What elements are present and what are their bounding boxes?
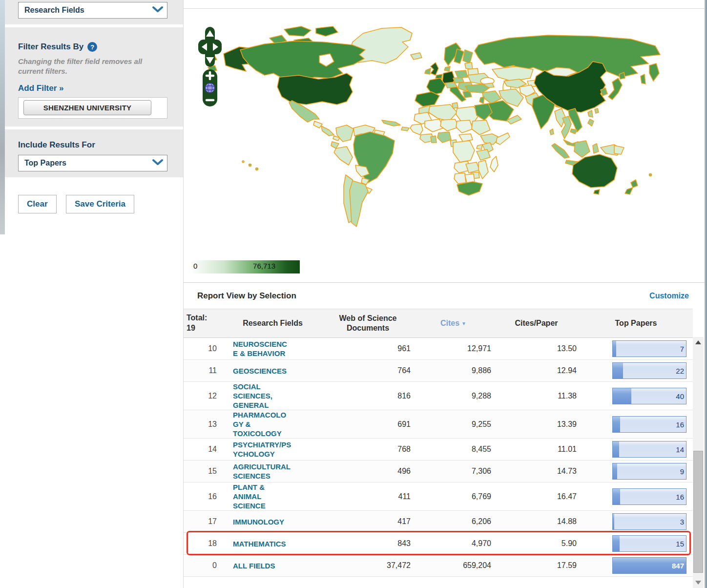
row-cites-per-paper: 13.50 bbox=[494, 344, 579, 353]
table-body: 10 NEUROSCIENCE & BEHAVIOR 961 12,971 13… bbox=[184, 338, 693, 577]
top-papers-value: 15 bbox=[676, 540, 684, 548]
row-cites-per-paper: 11.01 bbox=[494, 445, 579, 454]
research-field-link[interactable]: PHARMACOLOGY & TOXICOLOGY bbox=[233, 410, 291, 438]
triangle-up-icon bbox=[695, 340, 701, 344]
filter-sidebar: Research Fields Filter Results By ? Chan… bbox=[5, 0, 183, 588]
row-cites: 8,455 bbox=[413, 445, 494, 454]
top-papers-bar-fill bbox=[613, 463, 617, 479]
row-cites-per-paper: 16.47 bbox=[494, 492, 579, 501]
report-header: Report View by Selection Customize bbox=[184, 283, 705, 309]
incites-page: Research Fields Filter Results By ? Chan… bbox=[0, 0, 707, 588]
row-rank: 14 bbox=[184, 445, 223, 454]
research-field-link[interactable]: IMMUNOLOGY bbox=[233, 517, 284, 526]
table-row: 10 NEUROSCIENCE & BEHAVIOR 961 12,971 13… bbox=[184, 338, 693, 360]
research-field-link[interactable]: NEUROSCIENCE & BEHAVIOR bbox=[233, 339, 291, 358]
research-fields-dropdown-value: Research Fields bbox=[24, 6, 84, 15]
top-papers-value: 16 bbox=[676, 420, 684, 428]
research-field-link[interactable]: PSYCHIATRY/PSYCHOLOGY bbox=[233, 440, 291, 459]
top-papers-bar: 3 bbox=[612, 513, 686, 530]
clear-button[interactable]: Clear bbox=[18, 195, 57, 213]
row-rank: 11 bbox=[184, 366, 223, 375]
top-papers-value: 14 bbox=[676, 445, 684, 454]
row-cites: 9,255 bbox=[413, 420, 494, 429]
triangle-down-icon bbox=[695, 581, 701, 585]
column-header-top-papers[interactable]: Top Papers bbox=[579, 318, 693, 328]
column-header-wos-documents[interactable]: Web of Science Documents bbox=[328, 314, 408, 333]
save-criteria-button[interactable]: Save Criteria bbox=[66, 195, 134, 213]
map-pan-control[interactable] bbox=[198, 27, 222, 67]
research-fields-section: Research Fields bbox=[5, 0, 183, 24]
left-edge-scrollbar[interactable] bbox=[0, 0, 5, 234]
legend-min-value: 0 bbox=[193, 262, 197, 270]
research-field-link[interactable]: ALL FIELDS bbox=[233, 561, 275, 570]
row-rank: 15 bbox=[184, 467, 223, 476]
row-rank: 13 bbox=[184, 420, 223, 429]
row-rank: 0 bbox=[184, 561, 223, 570]
research-field-link[interactable]: SOCIAL SCIENCES, GENERAL bbox=[233, 382, 291, 410]
row-cites: 9,288 bbox=[413, 392, 494, 400]
world-map-choropleth[interactable] bbox=[191, 19, 707, 235]
row-cites-per-paper: 14.88 bbox=[494, 517, 579, 526]
research-fields-dropdown[interactable]: Research Fields bbox=[18, 2, 167, 19]
row-cites: 6,206 bbox=[413, 517, 494, 526]
top-papers-bar: 15 bbox=[612, 535, 686, 552]
row-wos-documents: 691 bbox=[323, 420, 413, 429]
row-wos-documents: 961 bbox=[323, 344, 413, 353]
sort-desc-icon: ▼ bbox=[461, 321, 466, 327]
table-row: 15 AGRICULTURAL SCIENCES 496 7,306 14.73… bbox=[184, 461, 693, 483]
report-title: Report View by Selection bbox=[197, 291, 296, 301]
top-papers-bar: 847 bbox=[612, 557, 686, 574]
help-icon[interactable]: ? bbox=[87, 42, 97, 52]
row-rank: 10 bbox=[184, 344, 223, 353]
table-row: 17 IMMUNOLOGY 417 6,206 14.88 3 bbox=[184, 511, 693, 533]
chevron-down-icon bbox=[152, 159, 163, 168]
top-papers-bar: 16 bbox=[612, 488, 686, 505]
top-papers-value: 9 bbox=[680, 467, 684, 476]
row-cites: 659,204 bbox=[413, 561, 494, 570]
row-rank: 16 bbox=[184, 492, 223, 501]
row-rank: 18 bbox=[184, 539, 223, 548]
country-usa bbox=[277, 73, 353, 105]
row-cites: 6,769 bbox=[413, 492, 494, 501]
column-header-research-fields[interactable]: Research Fields bbox=[223, 318, 323, 328]
table-row: 13 PHARMACOLOGY & TOXICOLOGY 691 9,255 1… bbox=[184, 410, 693, 439]
active-filters-box: SHENZHEN UNIVERSITY bbox=[18, 97, 167, 119]
add-filter-link[interactable]: Add Filter » bbox=[18, 84, 64, 93]
map-zoom-control[interactable] bbox=[203, 69, 217, 106]
table-scrollbar[interactable] bbox=[693, 337, 704, 588]
table-header-row: Total: 19 Research Fields Web of Science… bbox=[184, 309, 693, 338]
row-cites-per-paper: 5.90 bbox=[494, 539, 579, 548]
scroll-up-arrow[interactable] bbox=[693, 338, 704, 347]
top-papers-bar: 7 bbox=[612, 340, 686, 357]
results-table: Total: 19 Research Fields Web of Science… bbox=[184, 309, 693, 577]
scroll-down-arrow[interactable] bbox=[693, 578, 704, 587]
row-cites-per-paper: 14.73 bbox=[494, 467, 579, 476]
row-cites-per-paper: 17.59 bbox=[494, 561, 579, 570]
row-cites: 9,886 bbox=[413, 366, 494, 375]
column-header-cites-sorted[interactable]: Cites▼ bbox=[413, 318, 494, 328]
filter-note: Changing the filter field removes all cu… bbox=[18, 57, 169, 77]
criteria-actions: Clear Save Criteria bbox=[5, 180, 183, 213]
filter-chip-shenzhen-university[interactable]: SHENZHEN UNIVERSITY bbox=[23, 100, 151, 115]
include-results-dropdown-value: Top Papers bbox=[24, 159, 66, 168]
row-cites-per-paper: 12.94 bbox=[494, 366, 579, 375]
row-cites: 4,970 bbox=[413, 539, 494, 548]
row-wos-documents: 816 bbox=[323, 392, 413, 400]
map-legend: 0 76,713 bbox=[191, 260, 300, 273]
top-papers-value: 40 bbox=[676, 392, 684, 400]
research-field-link[interactable]: AGRICULTURAL SCIENCES bbox=[233, 462, 291, 481]
research-field-link[interactable]: PLANT & ANIMAL SCIENCE bbox=[233, 483, 291, 510]
top-papers-bar: 40 bbox=[612, 388, 686, 404]
scrollbar-thumb[interactable] bbox=[693, 451, 703, 573]
top-papers-bar-fill bbox=[613, 536, 620, 551]
customize-link[interactable]: Customize bbox=[649, 292, 689, 300]
top-papers-bar-fill bbox=[613, 388, 631, 404]
right-edge-strip bbox=[705, 0, 707, 588]
column-header-cites-per-paper[interactable]: Cites/Paper bbox=[494, 318, 579, 328]
research-field-link[interactable]: MATHEMATICS bbox=[233, 539, 286, 548]
row-rank: 17 bbox=[184, 517, 223, 526]
top-papers-bar-fill bbox=[613, 489, 620, 504]
include-results-dropdown[interactable]: Top Papers bbox=[18, 155, 167, 171]
chevron-down-icon bbox=[152, 6, 163, 15]
research-field-link[interactable]: GEOSCIENCES bbox=[233, 366, 287, 376]
